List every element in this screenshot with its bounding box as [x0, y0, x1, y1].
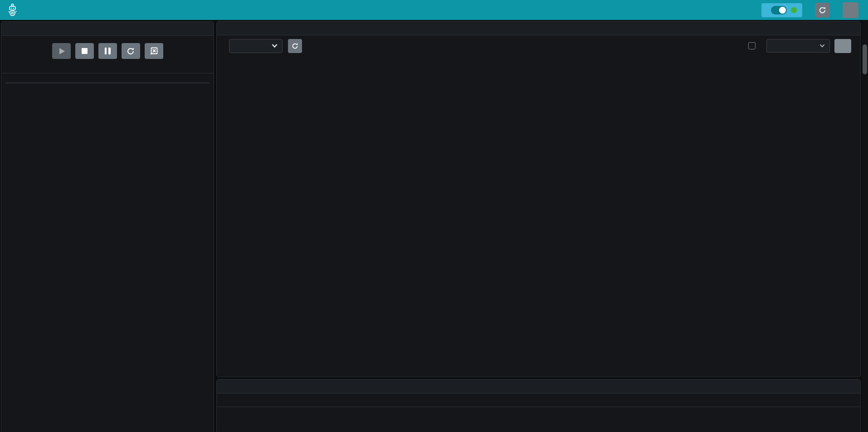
refresh-icon — [819, 6, 826, 14]
chart-refresh-button[interactable] — [288, 39, 302, 53]
table-row — [217, 393, 860, 407]
bot-toggle[interactable] — [771, 6, 787, 15]
plot-settings-button[interactable] — [834, 39, 851, 53]
pause-icon — [105, 48, 107, 54]
open-trades-table — [217, 393, 860, 407]
multi-pane-panel — [1, 21, 214, 432]
reload-icon — [127, 47, 135, 55]
page-scrollbar-track[interactable] — [862, 20, 868, 432]
pair-select[interactable] — [229, 39, 283, 53]
plot-config-select[interactable] — [766, 39, 830, 53]
navbar-right — [761, 2, 862, 18]
reload-config-button[interactable] — [122, 43, 140, 59]
chart-toolbar — [217, 35, 860, 56]
empty-trades-message — [217, 393, 860, 407]
heikin-ashi-checkbox[interactable] — [748, 42, 756, 49]
delete-chart-button[interactable] — [145, 43, 163, 59]
freqtrade-robot-logo — [6, 3, 19, 17]
chevron-down-icon — [272, 44, 278, 48]
page-scrollbar-thumb[interactable] — [863, 44, 867, 74]
candlestick-chart[interactable] — [217, 67, 861, 377]
chart-panel-header[interactable] — [217, 21, 860, 35]
sidebar-tabs — [1, 67, 214, 73]
play-icon — [59, 48, 65, 54]
chart-delete-icon — [150, 47, 158, 55]
bot-selector[interactable] — [761, 3, 802, 17]
stop-icon — [82, 48, 88, 54]
avatar — [843, 2, 858, 18]
refresh-icon — [292, 43, 298, 49]
global-refresh-button[interactable] — [815, 3, 830, 18]
brand[interactable] — [6, 3, 23, 17]
chevron-down-icon — [819, 44, 825, 48]
open-trades-header[interactable] — [217, 379, 860, 393]
open-trades-panel — [216, 379, 861, 432]
pause-bot-button[interactable] — [98, 43, 117, 59]
start-bot-button[interactable] — [52, 43, 71, 59]
user-menu[interactable] — [843, 2, 862, 18]
chart-legend — [217, 56, 860, 67]
pair-list — [5, 83, 210, 83]
bot-online-dot — [791, 7, 797, 13]
bot-controls — [1, 43, 214, 59]
stop-bot-button[interactable] — [75, 43, 94, 59]
toggle-knob — [779, 7, 786, 14]
chart-panel — [216, 21, 861, 377]
navbar — [0, 0, 868, 20]
multi-pane-header[interactable] — [1, 22, 214, 36]
